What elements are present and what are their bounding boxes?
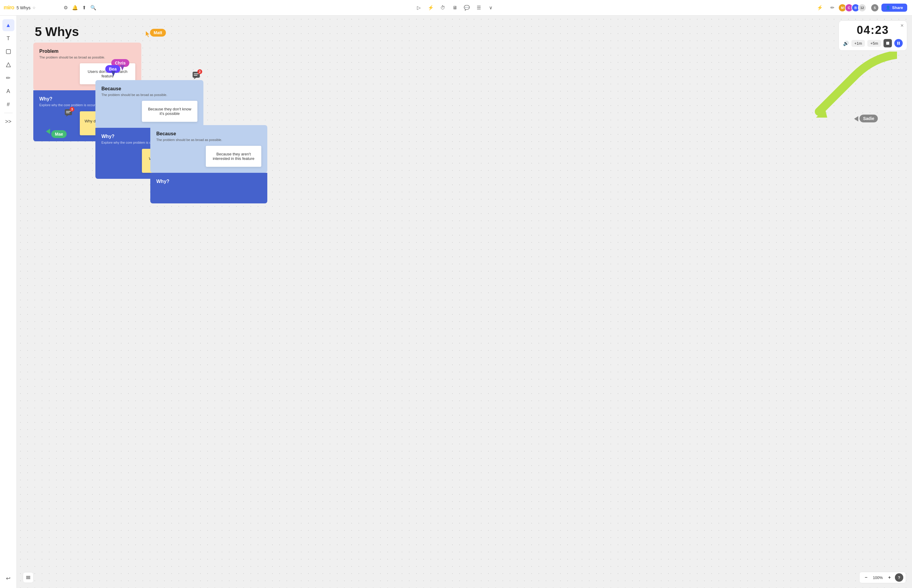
topbar-center: ▷ ⚡ ⏱ 🖥 💬 ☰ ∨ [100,3,456,13]
because2-sticky[interactable]: Because they aren't interested in this f… [206,146,261,167]
because1-box: Because The problem should be as broad a… [95,80,203,128]
topbar-left: miro 5 Whys ☆ [0,5,60,11]
star-icon[interactable]: ☆ [32,6,36,10]
settings-icon[interactable]: ⚙ [64,5,68,11]
because1-desc: The problem should be as broad as possib… [102,93,197,97]
because2-desc: The problem should be as broad as possib… [156,138,261,142]
svg-marker-1 [6,63,11,67]
upload-icon[interactable]: ⬆ [82,5,86,11]
why3-box: Why? [150,173,267,204]
svg-rect-5 [66,113,69,113]
svg-rect-0 [6,50,11,54]
shapes-tool[interactable] [2,59,15,71]
problem-title: Problem [39,48,135,54]
timer-button[interactable]: ⏱ [438,3,448,13]
tool-separator [4,113,13,113]
board-name-text: 5 Whys [16,5,31,10]
back-button[interactable]: ▷ [414,3,424,13]
svg-rect-9 [194,73,199,74]
text-tool[interactable]: T [2,32,15,44]
why3-spacer [156,186,261,197]
canvas: 5 Whys Matt Problem The problem should b… [17,16,456,294]
svg-marker-6 [120,65,124,71]
svg-rect-10 [194,75,197,76]
miro-logo: miro [3,5,14,11]
topbar: miro 5 Whys ☆ ⚙ 🔔 ⬆ 🔍 ▷ ⚡ ⏱ 🖥 💬 ☰ ∨ ⚡ ✏ … [0,0,456,16]
comment-count-1: 3 [69,107,74,111]
comment-count-2: 2 [197,69,202,74]
search-icon[interactable]: 🔍 [90,5,96,11]
board-name: 5 Whys ☆ [16,5,36,10]
because1-sticky[interactable]: Because they don't know it's possible [142,101,197,122]
bea-cursor: Bea [105,65,120,73]
topbar-icons: ⚙ 🔔 ⬆ 🔍 [60,5,100,11]
frame-tool[interactable]: # [2,99,15,110]
board-content: 5 Whys Matt Problem The problem should b… [17,16,456,294]
comment-bubble-2[interactable]: 2 [192,71,200,79]
comment-bubble-1[interactable]: 3 [64,108,73,117]
board-title: 5 Whys [35,24,79,39]
pen-tool[interactable]: ✏ [2,72,15,84]
lightning-button[interactable]: ⚡ [426,3,436,13]
select-tool[interactable]: ▲ [2,19,15,31]
matt-label: Matt [150,29,166,37]
because2-box: Because The problem should be as broad a… [150,125,267,173]
left-toolbar: ▲ T ✏ A # >> ↩ [0,16,17,294]
screen-button[interactable]: 🖥 [450,3,456,13]
why3-title: Why? [156,179,261,184]
svg-rect-4 [66,111,71,111]
notification-icon[interactable]: 🔔 [72,5,78,11]
because2-title: Because [156,131,261,137]
more-tools[interactable]: >> [2,115,15,128]
matt-cursor: Matt [146,31,150,39]
svg-marker-7 [111,71,116,76]
sticky-tool[interactable] [2,45,15,58]
svg-marker-11 [46,129,50,134]
because1-title: Because [102,86,197,92]
marker-tool[interactable]: A [2,85,15,97]
because2-section: Because The problem should be as broad a… [150,125,267,204]
